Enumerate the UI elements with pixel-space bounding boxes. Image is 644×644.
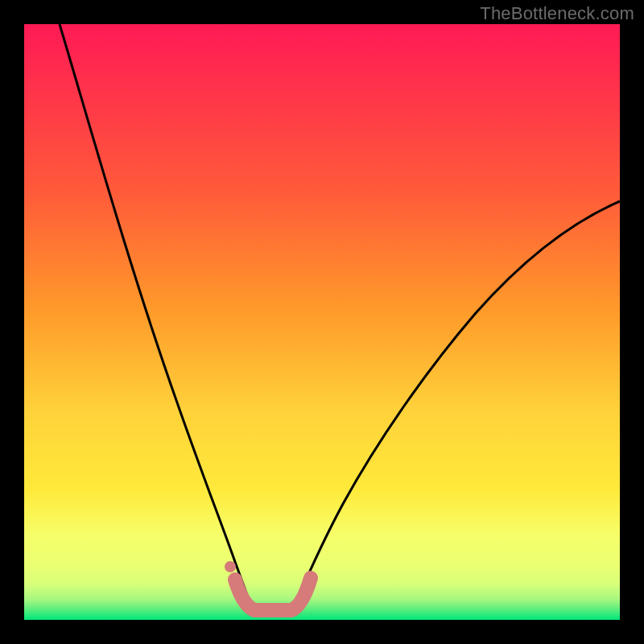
chart-svg [24, 24, 620, 620]
plot-area [24, 24, 620, 620]
left-salmon-dot [225, 561, 236, 572]
watermark-text: TheBottleneck.com [480, 3, 634, 24]
gradient-background [24, 24, 620, 620]
chart-frame: TheBottleneck.com [0, 0, 644, 644]
